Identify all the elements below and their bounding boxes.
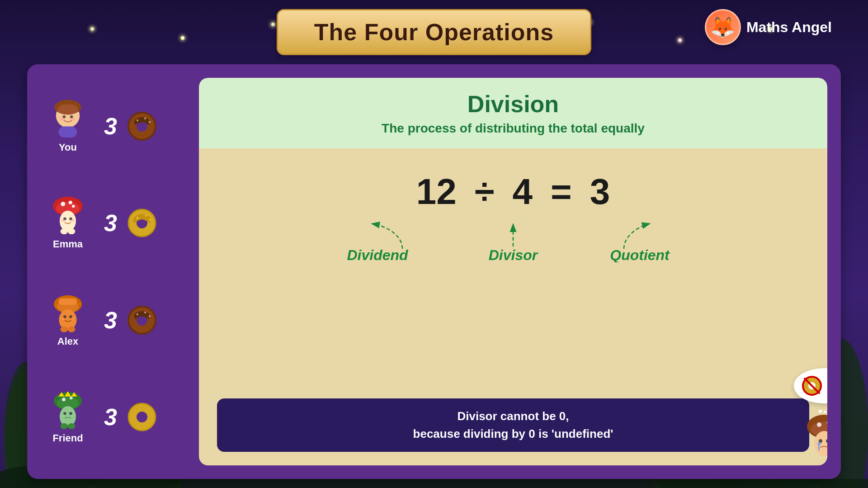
- svg-point-22: [71, 118, 75, 121]
- svg-point-101: [819, 439, 822, 443]
- equals-sign: =: [551, 171, 572, 213]
- svg-point-21: [60, 118, 65, 121]
- svg-point-57: [68, 326, 75, 332]
- svg-point-33: [69, 201, 72, 204]
- svg-rect-23: [59, 127, 77, 138]
- character-count-friend: 3: [104, 403, 117, 431]
- svg-point-75: [71, 414, 75, 417]
- svg-point-76: [61, 423, 68, 429]
- division-operator: ÷: [475, 171, 495, 213]
- quotient-number: 3: [590, 171, 610, 213]
- svg-point-47: [149, 219, 151, 221]
- donut-alex: [126, 304, 158, 336]
- dividend-number: 12: [416, 171, 457, 213]
- svg-point-74: [61, 414, 65, 417]
- svg-point-46: [145, 215, 147, 217]
- division-header: Division The process of distributing the…: [199, 78, 827, 148]
- warning-text: Divisor cannot be 0,because dividing by …: [235, 407, 791, 443]
- character-name-friend: Friend: [52, 432, 83, 444]
- svg-point-61: [137, 313, 138, 315]
- svg-point-51: [59, 309, 76, 330]
- division-title: Division: [217, 90, 809, 118]
- svg-point-69: [62, 398, 66, 401]
- avatar-friend: Friend: [41, 390, 95, 444]
- svg-text:Divisor: Divisor: [489, 247, 538, 262]
- svg-point-79: [137, 412, 147, 422]
- svg-rect-50: [59, 298, 77, 305]
- svg-point-40: [61, 228, 68, 234]
- main-panel: You 3: [27, 64, 841, 479]
- divisor-number: 4: [513, 171, 533, 213]
- svg-point-56: [61, 326, 68, 332]
- thinking-character: [794, 368, 827, 461]
- character-row-alex: Alex 3: [41, 293, 185, 347]
- division-body: 12 ÷ 4 = 3: [199, 148, 827, 465]
- svg-point-18: [57, 104, 78, 115]
- title-banner: The Four Operations: [277, 9, 591, 55]
- svg-point-77: [68, 423, 75, 429]
- svg-text:Dividend: Dividend: [347, 247, 409, 262]
- main-container: The Four Operations: [27, 9, 841, 479]
- svg-point-62: [144, 312, 146, 313]
- svg-point-70: [70, 397, 73, 400]
- svg-point-45: [136, 217, 138, 219]
- donut-you: [126, 110, 158, 142]
- labels-svg: Dividend Divisor Quotient: [217, 217, 809, 262]
- characters-panel: You 3: [41, 78, 185, 465]
- character-name-alex: Alex: [57, 336, 78, 347]
- warning-box: Divisor cannot be 0,because dividing by …: [217, 398, 809, 452]
- character-row-emma: Emma 3: [41, 196, 185, 250]
- avatar-you: You: [41, 99, 95, 153]
- character-name-emma: Emma: [53, 238, 83, 250]
- svg-point-41: [68, 228, 75, 234]
- svg-point-27: [137, 119, 138, 121]
- svg-text:Quotient: Quotient: [610, 247, 670, 262]
- division-subtitle: The process of distributing the total eq…: [217, 121, 809, 136]
- svg-point-55: [71, 317, 75, 320]
- page-title: The Four Operations: [314, 19, 554, 46]
- division-panel: Division The process of distributing the…: [199, 78, 827, 465]
- character-count-you: 3: [104, 113, 117, 140]
- character-row-you: You 3: [41, 99, 185, 153]
- avatar-emma: Emma: [41, 196, 95, 250]
- donut-friend: [126, 401, 158, 433]
- svg-point-32: [61, 202, 65, 206]
- svg-point-29: [149, 121, 151, 123]
- equation-area: 12 ÷ 4 = 3: [217, 162, 809, 271]
- crying-mushroom: [804, 414, 827, 459]
- svg-point-34: [72, 205, 75, 208]
- svg-point-28: [144, 118, 146, 119]
- character-count-emma: 3: [104, 209, 117, 237]
- character-count-alex: 3: [104, 307, 117, 334]
- svg-point-63: [149, 315, 151, 317]
- svg-point-38: [61, 220, 65, 222]
- svg-point-98: [817, 422, 821, 427]
- donut-emma: [126, 207, 158, 239]
- character-name-you: You: [59, 142, 77, 153]
- svg-point-39: [71, 220, 75, 222]
- character-row-friend: Friend 3: [41, 390, 185, 444]
- svg-point-54: [61, 317, 65, 320]
- avatar-alex: Alex: [41, 293, 95, 347]
- small-mushroom-icon: [826, 374, 827, 397]
- equation-row: 12 ÷ 4 = 3: [416, 171, 610, 213]
- no-donut-icon: [802, 376, 822, 396]
